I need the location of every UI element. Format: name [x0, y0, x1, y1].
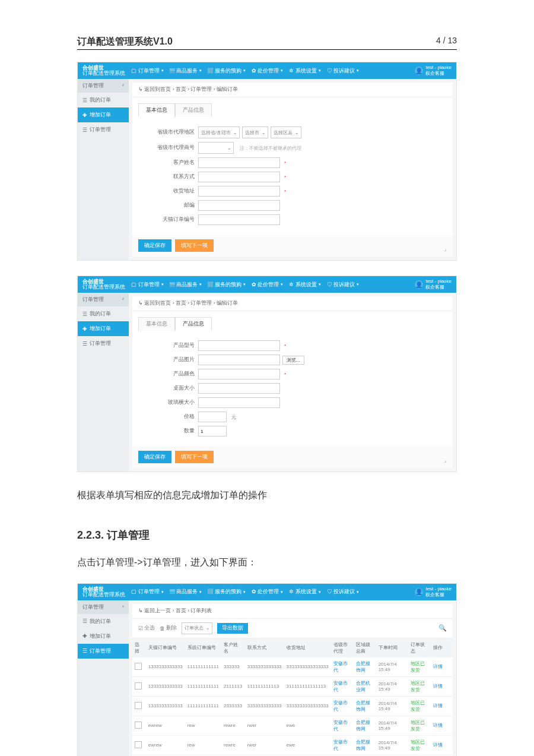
- sidebar-item-addorder[interactable]: ✚增加订单: [78, 629, 129, 644]
- nav-item[interactable]: ▢ 订单管理 ▾: [131, 67, 164, 75]
- agent-link[interactable]: 安徽市代: [333, 739, 348, 751]
- nav-item[interactable]: ✲ 系统设置 ▾: [289, 588, 321, 596]
- status-select[interactable]: 订单状态: [182, 622, 212, 634]
- sidebar-item-myorders[interactable]: ☰我的订单: [78, 614, 129, 629]
- sidebar-item-myorders[interactable]: ☰我的订单: [78, 306, 129, 321]
- input[interactable]: [198, 397, 280, 408]
- save-button[interactable]: 确定保存: [138, 239, 171, 252]
- region-link[interactable]: 合肥服饰网: [356, 700, 370, 712]
- select[interactable]: 选择市: [242, 126, 268, 138]
- table-row: ewrewrewrewrerwerewe安徽市代合肥服饰网2014/7/4 15…: [132, 735, 453, 755]
- sidebar-item-ordermgmt[interactable]: ☰订单管理: [78, 336, 129, 351]
- sidebar-item-addorder[interactable]: ✚增加订单: [78, 321, 129, 336]
- field-label: 省级市代理商号: [144, 144, 198, 151]
- nav-item[interactable]: ▤ 商品服务 ▾: [170, 67, 202, 75]
- region-link[interactable]: 合肥服饰网: [356, 661, 370, 673]
- nav-item[interactable]: ✿ 处价管理 ▾: [252, 281, 284, 289]
- sidebar-item-addorder[interactable]: ✚增加订单: [78, 107, 129, 122]
- row-checkbox[interactable]: [135, 682, 142, 689]
- search-icon[interactable]: 🔍: [438, 624, 447, 632]
- file-input[interactable]: [198, 355, 280, 365]
- row-checkbox[interactable]: [135, 741, 142, 748]
- next-button[interactable]: 填写下一项: [175, 451, 214, 463]
- row-checkbox[interactable]: [135, 663, 142, 670]
- tab-basic[interactable]: 基本信息: [138, 317, 175, 331]
- delete-button[interactable]: 🗑 删除: [160, 625, 177, 632]
- nav-item[interactable]: ♡ 投诉建议 ▾: [327, 67, 360, 75]
- select[interactable]: [198, 142, 234, 154]
- avatar-icon: 👤: [415, 280, 423, 289]
- row-checkbox[interactable]: [135, 702, 142, 709]
- col-header: 省级市代理: [331, 638, 354, 657]
- nav-item[interactable]: ✲ 系统设置 ▾: [289, 281, 321, 289]
- input[interactable]: [198, 412, 227, 422]
- input[interactable]: [198, 186, 280, 197]
- input[interactable]: [198, 340, 280, 351]
- region-link[interactable]: 合肥机业网: [356, 681, 370, 692]
- screenshot-3: 合创盛世订单配送管理系统 ▢ 订单管理 ▾▤ 商品服务 ▾▥ 服务的预购 ▾✿ …: [77, 583, 457, 756]
- region-link[interactable]: 合肥服饰网: [356, 720, 370, 732]
- tab-product[interactable]: 产品信息: [175, 317, 212, 331]
- input[interactable]: [198, 157, 280, 168]
- input[interactable]: [198, 214, 280, 225]
- action-link[interactable]: 详情: [433, 664, 443, 669]
- field-label: 桌面大小: [144, 385, 198, 392]
- browse-button[interactable]: 浏览...: [282, 356, 304, 365]
- nav-item[interactable]: ▥ 服务的预购 ▾: [208, 67, 246, 75]
- order-table: 选择天猫订单编号系统订单编号客户姓名联系方式收货地址省级市代理区域级总商下单时间…: [132, 638, 453, 756]
- nav-item[interactable]: ▤ 商品服务 ▾: [170, 588, 202, 596]
- action-link[interactable]: 详情: [433, 723, 443, 728]
- input[interactable]: [198, 383, 280, 394]
- select-all[interactable]: ☑ 全选: [138, 625, 155, 632]
- input[interactable]: [198, 200, 280, 211]
- status-link[interactable]: 地区已发货: [411, 661, 425, 673]
- select[interactable]: 选择区县: [271, 126, 301, 138]
- tab-basic[interactable]: 基本信息: [138, 103, 175, 117]
- save-button[interactable]: 确定保存: [138, 451, 171, 463]
- agent-link[interactable]: 安徽市代: [333, 681, 348, 692]
- user-box[interactable]: 👤 test - piaoke权企客服: [415, 279, 452, 290]
- agent-link[interactable]: 安徽市代: [333, 720, 348, 732]
- input[interactable]: [198, 369, 280, 379]
- nav-item[interactable]: ✲ 系统设置 ▾: [289, 67, 321, 75]
- tab-product[interactable]: 产品信息: [175, 103, 212, 117]
- status-link[interactable]: 地区已发货: [411, 720, 425, 732]
- next-button[interactable]: 填写下一项: [175, 239, 214, 252]
- input[interactable]: [198, 426, 227, 436]
- table-row: 1333333333333111111111111333333333333333…: [132, 657, 453, 677]
- doc-header: 订单配送管理系统V1.0 4 / 13: [77, 36, 457, 50]
- select[interactable]: 选择省/直辖市: [198, 126, 240, 138]
- export-button[interactable]: 导出数据: [217, 623, 248, 634]
- nav-item[interactable]: ▢ 订单管理 ▾: [131, 588, 164, 596]
- region-link[interactable]: 合肥服饰网: [356, 739, 370, 751]
- status-link[interactable]: 地区已发货: [411, 700, 425, 712]
- nav-item[interactable]: ♡ 投诉建议 ▾: [327, 588, 360, 596]
- sidebar-item-ordermgmt[interactable]: ☰订单管理: [78, 122, 129, 137]
- nav-item[interactable]: ▥ 服务的预购 ▾: [208, 281, 246, 289]
- field-label: 收货地址: [144, 188, 198, 195]
- user-box[interactable]: 👤 test - piaoke权企客服: [415, 65, 452, 77]
- user-box[interactable]: 👤 test - piaoke权企客服: [415, 586, 452, 598]
- agent-link[interactable]: 安徽市代: [333, 700, 348, 712]
- nav-item[interactable]: ✿ 处价管理 ▾: [252, 67, 284, 75]
- nav-item[interactable]: ✿ 处价管理 ▾: [252, 588, 284, 596]
- sidebar-item-ordermgmt[interactable]: ☰订单管理: [78, 644, 129, 659]
- col-header: 选择: [132, 638, 146, 657]
- input[interactable]: [198, 172, 280, 182]
- action-link[interactable]: 详情: [433, 703, 443, 708]
- nav-item[interactable]: ▥ 服务的预购 ▾: [208, 588, 246, 596]
- status-link[interactable]: 地区已发货: [411, 681, 425, 692]
- field-label: 联系方式: [144, 173, 198, 181]
- action-link[interactable]: 详情: [433, 684, 443, 689]
- body-text-2: 点击订单管理->订单管理，进入如下界面：: [77, 554, 457, 571]
- action-link[interactable]: 详情: [433, 742, 443, 748]
- status-link[interactable]: 地区已发货: [411, 739, 425, 751]
- field-label: 产品颜色: [144, 371, 198, 378]
- nav-item[interactable]: ▤ 商品服务 ▾: [170, 281, 202, 289]
- sidebar-header[interactable]: 订单管理›: [78, 79, 129, 93]
- sidebar-item-myorders[interactable]: ☰我的订单: [78, 93, 129, 107]
- nav-item[interactable]: ♡ 投诉建议 ▾: [327, 281, 360, 289]
- nav-item[interactable]: ▢ 订单管理 ▾: [131, 281, 164, 289]
- row-checkbox[interactable]: [135, 722, 142, 729]
- agent-link[interactable]: 安徽市代: [333, 661, 348, 673]
